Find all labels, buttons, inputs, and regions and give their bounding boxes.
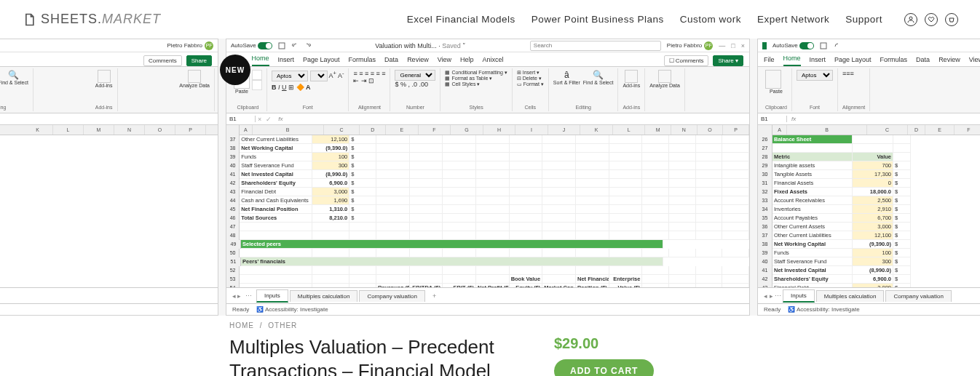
breadcrumb-home[interactable]: HOME — [229, 321, 254, 329]
product-price: $29.00 — [554, 335, 751, 352]
save-icon[interactable] — [278, 42, 285, 49]
breadcrumb-other[interactable]: OTHER — [268, 321, 297, 329]
formula-bar: B1 × ✓ fx — [226, 113, 749, 125]
ribbon-tab-help[interactable]: Help — [460, 53, 474, 66]
cart-icon[interactable] — [945, 13, 958, 26]
comments-button[interactable]: ☐ Comments — [664, 55, 709, 66]
search-input[interactable] — [530, 41, 661, 51]
nav-financial-models[interactable]: Excel Financial Models — [407, 14, 515, 25]
close-icon[interactable]: × — [741, 42, 745, 49]
name-box[interactable]: B1 — [226, 116, 256, 122]
product-title: Multiples Valuation – Precedent Transact… — [229, 335, 510, 376]
sheet-tab-inputs[interactable]: Inputs — [256, 289, 288, 303]
add-sheet-icon[interactable]: + — [427, 292, 442, 300]
fx-cancel-icon[interactable]: × — [256, 116, 264, 123]
gallery-slide-next: AutoSave Valuation with Multi... · Saved… — [757, 39, 980, 316]
svg-rect-2 — [821, 43, 826, 49]
sheet-nav-prev-icon[interactable]: ◂ — [232, 292, 236, 300]
ribbon-tab-formulas[interactable]: Formulas — [349, 53, 376, 66]
nav-expert-network[interactable]: Expert Network — [757, 14, 829, 25]
excel-app-icon — [762, 42, 767, 49]
ribbon-tab-view[interactable]: View — [438, 53, 451, 66]
nav-custom-work[interactable]: Custom work — [680, 14, 741, 25]
ribbon-tab-review[interactable]: Review — [407, 53, 429, 66]
minimize-icon[interactable]: — — [719, 42, 725, 49]
ribbon-tab-data[interactable]: Data — [384, 53, 398, 66]
new-badge: NEW — [220, 55, 250, 85]
account-icon[interactable] — [904, 13, 917, 26]
add-to-cart-button[interactable]: ADD TO CART — [554, 359, 654, 376]
document-title: Valuation with Multi... · Saved ˅ — [317, 42, 524, 49]
gallery-slide-prev: Pietro FabbroPF CommentsShare ▦ al Forma… — [0, 39, 218, 316]
share-button[interactable]: Share ▾ — [713, 55, 743, 66]
ribbon: PasteClipboardAptos 10 A+ A-B I U ⊞ 🔶 AF… — [226, 67, 749, 113]
accessibility-icon[interactable]: ♿ Accessibility: Investigate — [256, 306, 328, 313]
ribbon-tab-anixcel[interactable]: Anixcel — [483, 53, 504, 66]
ribbon-tab-home[interactable]: Home — [252, 52, 269, 66]
sheet-tab-multiples[interactable]: Multiples calculation — [290, 290, 358, 302]
product-gallery: NEW ⤢ ♡ Pietro FabbroPF CommentsShare ▦ … — [0, 39, 980, 316]
share-button[interactable]: Share — [186, 55, 212, 66]
gallery-slide-current: AutoSave Valuation with Multi... · Saved… — [226, 39, 750, 316]
product-section: HOME / OTHER Multiples Valuation – Prece… — [0, 316, 980, 376]
fx-confirm-icon[interactable]: ✓ — [264, 116, 274, 123]
sheet-tabs: ◂ ▸ ⋯ Inputs Multiples calculation Compa… — [226, 287, 749, 303]
redo-icon[interactable] — [304, 42, 312, 49]
ribbon-tab-page-layout[interactable]: Page Layout — [303, 53, 340, 66]
user-chip[interactable]: Pietro FabbroPF — [667, 41, 713, 50]
maximize-icon[interactable]: □ — [731, 42, 735, 49]
excel-titlebar: AutoSave Valuation with Multi... · Saved… — [226, 39, 749, 52]
nav-support[interactable]: Support — [845, 14, 882, 25]
document-icon — [22, 12, 36, 27]
comments-button[interactable]: Comments — [143, 55, 182, 66]
ribbon-tab-insert[interactable]: Insert — [278, 53, 295, 66]
sheet-nav-next-icon[interactable]: ▸ — [237, 292, 241, 300]
wishlist-icon[interactable] — [925, 13, 938, 26]
grid[interactable]: ABCDEFGHIJKLMNOP 37Other Current Liabili… — [226, 125, 749, 287]
breadcrumb: HOME / OTHER — [229, 321, 751, 329]
autosave-toggle[interactable] — [258, 42, 272, 49]
undo-icon[interactable] — [291, 42, 299, 49]
logo-text: SHEETS.MARKET — [41, 12, 161, 27]
nav-business-plans[interactable]: Power Point Business Plans — [532, 14, 664, 25]
main-nav: Excel Financial Models Power Point Busin… — [407, 13, 958, 26]
svg-point-0 — [909, 17, 912, 20]
svg-rect-1 — [279, 43, 285, 49]
fx-icon[interactable]: fx — [274, 116, 287, 122]
ribbon-tabs: FileHomeInsertPage LayoutFormulasDataRev… — [226, 52, 749, 67]
site-header: SHEETS.MARKET Excel Financial Models Pow… — [0, 0, 980, 39]
status-bar: Ready ♿ Accessibility: Investigate — [226, 303, 749, 315]
sheet-tab-valuation[interactable]: Company valuation — [359, 290, 424, 302]
logo[interactable]: SHEETS.MARKET — [22, 12, 161, 27]
